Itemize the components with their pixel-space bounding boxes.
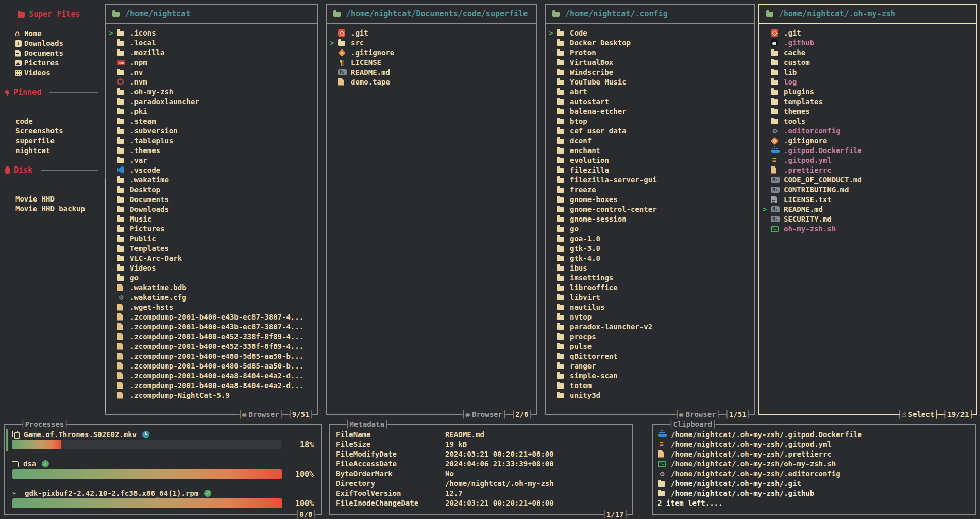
file-row[interactable]: .gitpod.yml xyxy=(759,155,976,165)
file-row[interactable]: >src xyxy=(327,38,536,47)
file-row[interactable]: totem xyxy=(546,380,754,390)
file-row[interactable]: nvtop xyxy=(546,312,754,322)
file-row[interactable]: autostart xyxy=(546,96,754,106)
file-row[interactable]: ranger xyxy=(546,361,754,371)
process-item[interactable]: gdk-pixbuf2-2.42.10-2.fc38.x86_64(1).rpm… xyxy=(12,488,314,509)
scrollbar-thumb[interactable] xyxy=(105,178,106,412)
file-row[interactable]: .mozilla xyxy=(106,47,317,57)
file-row[interactable]: .pki xyxy=(106,106,317,116)
file-row[interactable]: qBittorrent xyxy=(546,351,754,361)
file-row[interactable]: .paradoxlauncher xyxy=(106,96,317,106)
file-row[interactable]: .local xyxy=(106,38,317,47)
sidebar-item-home[interactable]: Home xyxy=(0,28,103,38)
file-row[interactable]: >.icons xyxy=(106,28,317,38)
file-row[interactable]: tools xyxy=(759,116,976,126)
file-row[interactable]: .gitpod.Dockerfile xyxy=(759,145,976,155)
file-row[interactable]: Templates xyxy=(106,243,317,253)
file-row[interactable]: .wakatime xyxy=(106,175,317,185)
file-row[interactable]: dconf xyxy=(546,136,754,145)
file-row[interactable]: themes xyxy=(759,106,976,116)
file-row[interactable]: plugins xyxy=(759,87,976,96)
disk-item[interactable]: Movie HHD backup xyxy=(0,204,103,213)
sidebar-item-videos[interactable]: Videos xyxy=(0,68,103,77)
file-row[interactable]: Videos xyxy=(106,263,317,273)
file-row[interactable]: .git xyxy=(327,28,536,38)
file-row[interactable]: enchant xyxy=(546,145,754,155)
file-row[interactable]: gtk-3.0 xyxy=(546,243,754,253)
file-row[interactable]: cache xyxy=(759,47,976,57)
file-row[interactable]: Documents xyxy=(106,194,317,204)
file-row[interactable]: .steam xyxy=(106,116,317,126)
file-row[interactable]: .prettierrc xyxy=(759,165,976,175)
file-row[interactable]: gnome-control-center xyxy=(546,204,754,214)
file-row[interactable]: procps xyxy=(546,331,754,341)
file-row[interactable]: >README.md xyxy=(759,204,976,214)
file-row[interactable]: .zcompdump-2001-b400-e480-5d85-aa50-b... xyxy=(106,361,317,371)
file-row[interactable]: >Code xyxy=(546,28,754,38)
file-row[interactable]: ibus xyxy=(546,263,754,273)
file-row[interactable]: filezilla-server-gui xyxy=(546,175,754,185)
sidebar-item-pictures[interactable]: Pictures xyxy=(0,58,103,68)
file-row[interactable]: libreoffice xyxy=(546,282,754,292)
disk-item[interactable]: Movie HHD xyxy=(0,194,103,204)
file-row[interactable]: SECURITY.md xyxy=(759,214,976,224)
file-row[interactable]: cef_user_data xyxy=(546,126,754,136)
file-row[interactable]: .editorconfig xyxy=(759,126,976,136)
file-row[interactable]: evolution xyxy=(546,155,754,165)
file-row[interactable]: .vscode xyxy=(106,165,317,175)
file-row[interactable]: VLC-Arc-Dark xyxy=(106,253,317,263)
file-row[interactable]: oh-my-zsh.sh xyxy=(759,224,976,233)
file-row[interactable]: templates xyxy=(759,96,976,106)
file-row[interactable]: .oh-my-zsh xyxy=(106,87,317,96)
process-item[interactable]: dsa100% xyxy=(12,459,314,479)
sidebar-item-documents[interactable]: Documents xyxy=(0,48,103,58)
pinned-item[interactable]: Screenshots xyxy=(0,126,103,136)
file-row[interactable]: go xyxy=(106,273,317,282)
file-row[interactable]: btop xyxy=(546,116,754,126)
pinned-item[interactable]: nightcat xyxy=(0,145,103,155)
sidebar-item-downloads[interactable]: Downloads xyxy=(0,38,103,48)
file-row[interactable]: .gitignore xyxy=(327,47,536,57)
file-row[interactable]: .zcompdump-2001-b400-e43b-ec87-3807-4... xyxy=(106,322,317,331)
file-row[interactable]: abrt xyxy=(546,87,754,96)
file-row[interactable]: .wakatime.cfg xyxy=(106,292,317,302)
pinned-item[interactable]: superfile xyxy=(0,136,103,145)
file-row[interactable]: .git xyxy=(759,28,976,38)
file-row[interactable]: .zcompdump-2001-b400-e452-338f-8f89-4... xyxy=(106,341,317,351)
file-row[interactable]: Desktop xyxy=(106,185,317,194)
file-row[interactable]: Pictures xyxy=(106,224,317,233)
file-row[interactable]: nautilus xyxy=(546,302,754,312)
process-item[interactable]: Game.of.Thrones.S02E02.mkv18% xyxy=(12,429,314,450)
file-row[interactable]: .tableplus xyxy=(106,136,317,145)
file-row[interactable]: LICENSE.txt xyxy=(759,194,976,204)
file-row[interactable]: .nvm xyxy=(106,77,317,87)
file-row[interactable]: Downloads xyxy=(106,204,317,214)
file-row[interactable]: Music xyxy=(106,214,317,224)
file-row[interactable]: .zcompdump-NightCat-5.9 xyxy=(106,390,317,400)
file-row[interactable]: .gitignore xyxy=(759,136,976,145)
file-row[interactable]: custom xyxy=(759,57,976,67)
file-row[interactable]: Public xyxy=(106,233,317,243)
file-row[interactable]: gtk-4.0 xyxy=(546,253,754,263)
file-row[interactable]: .zcompdump-2001-b400-e43b-ec87-3807-4... xyxy=(106,312,317,322)
file-row[interactable]: YouTube Music xyxy=(546,77,754,87)
file-row[interactable]: .wget-hsts xyxy=(106,302,317,312)
file-row[interactable]: .var xyxy=(106,155,317,165)
file-row[interactable]: .themes xyxy=(106,145,317,155)
file-row[interactable]: gnome-boxes xyxy=(546,194,754,204)
file-row[interactable]: README.md xyxy=(327,67,536,77)
file-row[interactable]: gnome-session xyxy=(546,214,754,224)
file-row[interactable]: pulse xyxy=(546,341,754,351)
file-row[interactable]: .wakatime.bdb xyxy=(106,282,317,292)
file-row[interactable]: unity3d xyxy=(546,390,754,400)
file-row[interactable]: Windscribe xyxy=(546,67,754,77)
file-row[interactable]: .subversion xyxy=(106,126,317,136)
file-row[interactable]: .github xyxy=(759,38,976,47)
file-row[interactable]: goa-1.0 xyxy=(546,233,754,243)
file-row[interactable]: Docker Desktop xyxy=(546,38,754,47)
file-row[interactable]: .nv xyxy=(106,67,317,77)
file-row[interactable]: .zcompdump-2001-b400-e480-5d85-aa50-b... xyxy=(106,351,317,361)
file-row[interactable]: LICENSE xyxy=(327,57,536,67)
file-row[interactable]: filezilla xyxy=(546,165,754,175)
file-row[interactable]: .npm xyxy=(106,57,317,67)
